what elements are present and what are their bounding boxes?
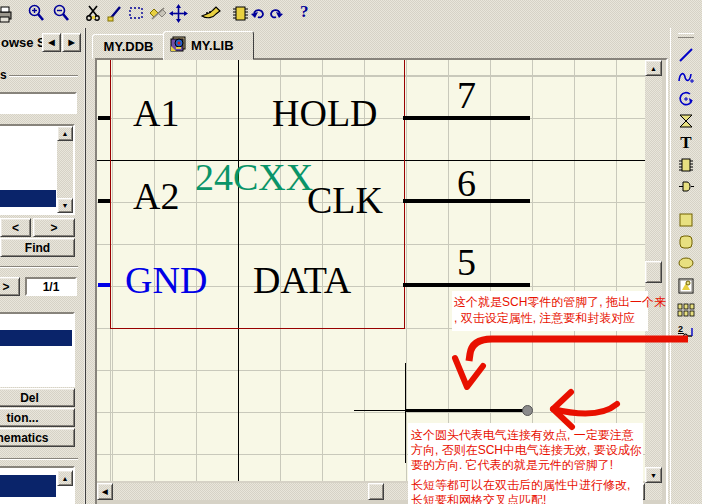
component-name-text[interactable]: 24CXX <box>195 158 313 196</box>
prev-label: < <box>12 221 19 235</box>
tab-my-ddb[interactable]: MY.DDB <box>92 34 165 59</box>
annotation-line: 长短要和网格交叉点匹配! <box>411 493 642 504</box>
next-part-label: > <box>2 280 9 294</box>
pin-name-label[interactable]: CLK <box>307 181 383 219</box>
pin-tool-icon[interactable]: 2 <box>676 322 696 342</box>
redo-icon[interactable] <box>267 4 284 24</box>
text-tool-icon[interactable]: T <box>676 133 696 153</box>
description-label: tion... <box>7 411 39 425</box>
annotation-line: 这个就是SCH零件的管脚了, 拖出一个来 <box>454 294 666 310</box>
pin-hotspot-dot[interactable] <box>522 405 533 416</box>
next-component-button[interactable]: > <box>33 218 75 237</box>
scroll-down-button[interactable]: ▼ <box>57 198 73 213</box>
scroll-left-button[interactable]: ◀ <box>97 483 113 500</box>
panel-prev-button[interactable]: ◀ <box>42 33 61 52</box>
pin-name-label[interactable]: A2 <box>133 177 179 215</box>
del-button[interactable]: Del <box>0 388 75 407</box>
pin-name-label[interactable]: HOLD <box>272 94 378 132</box>
rounded-rectangle-tool-icon[interactable] <box>676 232 696 252</box>
deselect-icon[interactable] <box>148 3 168 23</box>
update-schematics-button[interactable]: hematics <box>0 428 75 447</box>
zoom-in-icon[interactable] <box>26 3 46 23</box>
scroll-down-button[interactable]: ▼ <box>645 467 662 483</box>
pin-number-label[interactable]: 5 <box>403 243 530 281</box>
group-divider <box>9 75 78 77</box>
array-paste-tool-icon[interactable] <box>676 300 696 320</box>
up-arrow-icon: ▲ <box>650 65 657 72</box>
crosshair-cursor-vertical <box>405 363 406 463</box>
annotation-note-1: 这个就是SCH零件的管脚了, 拖出一个来 , 双击设定属性, 注意要和封装对应 <box>452 291 648 331</box>
panel-next-button[interactable]: ▶ <box>62 33 81 52</box>
annotation-line: 要的方向. 它代表的就是元件的管脚了! <box>411 458 642 473</box>
tab-my-lib-label: MY.LIB <box>191 38 234 53</box>
undo-icon[interactable] <box>250 4 267 24</box>
component-list-selected-row[interactable] <box>0 190 56 207</box>
pin-name-label-gnd[interactable]: GND <box>125 261 207 299</box>
left-arrow-icon: ◀ <box>102 488 107 496</box>
rectangle-tool-icon[interactable] <box>676 210 696 230</box>
description-button[interactable]: tion... <box>0 408 75 427</box>
zoom-out-icon[interactable] <box>51 3 71 23</box>
components-group-label: s <box>0 68 7 82</box>
bottom-list-selected-row[interactable] <box>0 475 56 497</box>
line-tool-icon[interactable] <box>676 45 696 65</box>
next-part-button[interactable]: > <box>0 277 20 296</box>
library-doc-icon <box>170 36 187 55</box>
bottom-list[interactable]: ▲ <box>0 466 75 504</box>
picture-tool-icon[interactable] <box>676 276 696 296</box>
add-part-tool-icon[interactable] <box>676 177 696 197</box>
hscroll-thumb[interactable] <box>368 483 384 500</box>
cut-icon[interactable] <box>83 3 103 23</box>
group-divider <box>0 266 78 268</box>
tab-my-ddb-label: MY.DDB <box>104 39 154 54</box>
pin-line-right[interactable] <box>403 116 530 120</box>
part-number-display: 1/1 <box>25 277 77 296</box>
pin-stub-left-gnd[interactable] <box>98 283 110 287</box>
pin-number-label[interactable]: 7 <box>403 76 530 114</box>
scroll-up-button[interactable]: ▲ <box>57 470 73 486</box>
help-icon[interactable]: ? <box>300 2 309 22</box>
update-schematics-label: hematics <box>0 431 49 445</box>
annotation-line: , 双击设定属性, 注意要和封装对应 <box>454 310 635 326</box>
report-icon[interactable] <box>200 3 224 23</box>
polygon-tool-icon[interactable] <box>676 111 696 131</box>
paste-tool-icon[interactable] <box>105 3 125 23</box>
pins-list-selected-row[interactable] <box>0 330 72 346</box>
vscroll-thumb[interactable] <box>645 261 662 283</box>
tab-my-lib[interactable]: MY.LIB <box>163 31 254 60</box>
annotation-line: 方向, 否则在SCH中电气连接无效, 要设成你 <box>411 443 642 458</box>
component-list[interactable]: ▲ ▼ <box>0 124 75 215</box>
toolbar-gripper[interactable] <box>678 33 694 38</box>
arc-tool-icon[interactable] <box>676 89 696 109</box>
printer-icon[interactable] <box>0 4 14 24</box>
prev-component-button[interactable]: < <box>0 218 31 237</box>
schlib-editor-window: ? owse S ◀ ▶ s ▲ ▼ < > Find > 1/1 Del ti… <box>0 0 702 504</box>
new-component-tool-icon[interactable] <box>676 155 696 175</box>
annotation-line: 长短等都可以在双击后的属性中进行修改, <box>411 478 642 493</box>
pins-list[interactable] <box>0 312 75 387</box>
schematic-canvas[interactable]: A1 HOLD 7 A2 CLK 6 24CXX GND DATA 5 <box>97 60 645 481</box>
pin-stub-left[interactable] <box>98 116 110 120</box>
select-area-icon[interactable] <box>126 3 146 23</box>
scrollbar-corner <box>645 483 662 500</box>
main-toolbar: ? <box>0 0 702 28</box>
up-arrow-icon: ▲ <box>62 130 69 137</box>
pin-stub-left[interactable] <box>98 199 110 203</box>
scroll-up-button[interactable]: ▲ <box>645 60 662 76</box>
component-icon[interactable] <box>230 3 250 23</box>
move-icon[interactable] <box>168 3 188 23</box>
pin-number-label[interactable]: 6 <box>403 164 530 202</box>
find-button[interactable]: Find <box>0 238 75 257</box>
pin-name-label[interactable]: DATA <box>253 261 351 299</box>
find-label: Find <box>25 241 50 255</box>
mask-input[interactable] <box>0 92 77 114</box>
bezier-tool-icon[interactable] <box>676 67 696 87</box>
scroll-up-button[interactable]: ▲ <box>57 126 73 141</box>
down-arrow-icon: ▼ <box>650 472 657 479</box>
canvas-vscrollbar[interactable]: ▲ ▼ <box>645 60 662 483</box>
ellipse-tool-icon[interactable] <box>676 253 696 273</box>
pin-name-label[interactable]: A1 <box>133 94 179 132</box>
component-list-scrollbar[interactable]: ▲ ▼ <box>57 126 73 213</box>
pin-line-right[interactable] <box>403 283 530 287</box>
dragged-pin-line[interactable] <box>405 409 528 412</box>
